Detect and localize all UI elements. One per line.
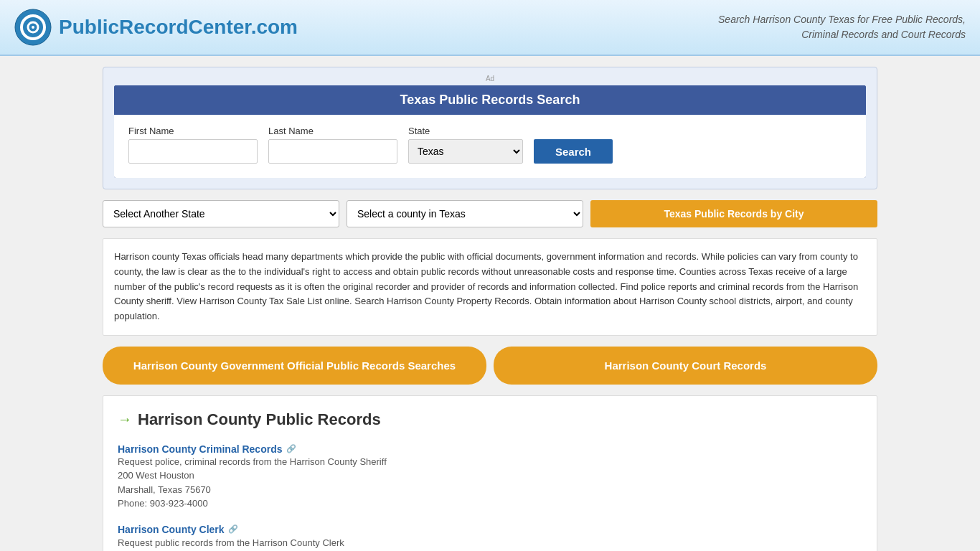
- record-title: Harrison County Clerk: [118, 524, 225, 535]
- state-filter[interactable]: Select Another State Alabama Alaska Ariz…: [103, 200, 339, 227]
- ad-box: Ad Texas Public Records Search First Nam…: [103, 67, 877, 189]
- record-link[interactable]: Harrison County Criminal Records 🔗: [118, 443, 296, 455]
- action-buttons: Harrison County Government Official Publ…: [103, 347, 877, 385]
- last-name-group: Last Name: [268, 126, 397, 164]
- county-filter[interactable]: Select a county in Texas Anderson County…: [347, 200, 583, 227]
- state-group: State Texas Alabama Alaska California Fl…: [408, 126, 523, 164]
- page-header: PublicRecordCenter.com Search Harrison C…: [0, 0, 980, 56]
- external-link-icon: 🔗: [228, 524, 238, 534]
- record-link[interactable]: Harrison County Clerk 🔗: [118, 524, 238, 535]
- record-address: Request police, criminal records from th…: [118, 455, 862, 511]
- description-box: Harrison county Texas officials head man…: [103, 238, 877, 336]
- description-text: Harrison county Texas officials head man…: [114, 251, 858, 321]
- records-container: Harrison County Criminal Records 🔗 Reque…: [118, 443, 862, 551]
- record-item: Harrison County Criminal Records 🔗 Reque…: [118, 443, 862, 511]
- main-content: Ad Texas Public Records Search First Nam…: [95, 67, 885, 551]
- site-title: PublicRecordCenter.com: [59, 16, 298, 39]
- state-select[interactable]: Texas Alabama Alaska California Florida …: [408, 139, 523, 164]
- record-item: Harrison County Clerk 🔗 Request public r…: [118, 524, 862, 550]
- gov-records-button[interactable]: Harrison County Government Official Publ…: [103, 347, 486, 385]
- section-arrow-icon: →: [118, 411, 132, 428]
- svg-point-3: [32, 26, 34, 29]
- state-label: State: [408, 126, 523, 136]
- search-fields: First Name Last Name State Texas Alabama…: [128, 126, 852, 164]
- first-name-label: First Name: [128, 126, 258, 136]
- header-tagline: Search Harrison County Texas for Free Pu…: [718, 12, 966, 42]
- section-title-text: Harrison County Public Records: [138, 410, 381, 429]
- last-name-input[interactable]: [268, 139, 397, 164]
- last-name-label: Last Name: [268, 126, 397, 136]
- record-title: Harrison County Criminal Records: [118, 443, 283, 455]
- court-records-button[interactable]: Harrison County Court Records: [494, 347, 877, 385]
- external-link-icon: 🔗: [286, 444, 296, 453]
- record-description: Request public records from the Harrison…: [118, 537, 862, 550]
- logo-icon: [14, 9, 52, 46]
- public-records-section: → Harrison County Public Records Harriso…: [103, 395, 877, 551]
- search-widget-body: First Name Last Name State Texas Alabama…: [114, 115, 866, 178]
- search-button[interactable]: Search: [534, 139, 613, 164]
- search-widget-title: Texas Public Records Search: [114, 85, 866, 115]
- filter-row: Select Another State Alabama Alaska Ariz…: [103, 200, 877, 227]
- city-records-button[interactable]: Texas Public Records by City: [590, 200, 877, 227]
- first-name-input[interactable]: [128, 139, 258, 164]
- search-widget: Texas Public Records Search First Name L…: [114, 85, 866, 178]
- section-title: → Harrison County Public Records: [118, 410, 862, 429]
- ad-label: Ad: [114, 75, 866, 83]
- logo-area: PublicRecordCenter.com: [14, 9, 298, 46]
- first-name-group: First Name: [128, 126, 258, 164]
